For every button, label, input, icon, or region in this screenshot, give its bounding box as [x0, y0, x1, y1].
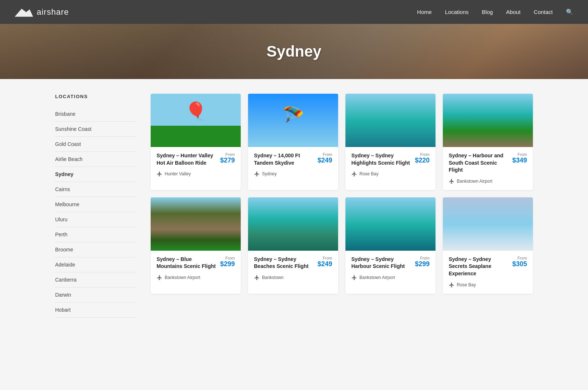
brand-name: airshare	[37, 7, 69, 17]
nav-about[interactable]: About	[506, 9, 520, 15]
card-from-label: From	[318, 256, 332, 260]
card-image	[151, 197, 241, 251]
plane-icon	[157, 275, 162, 280]
hero-banner: Sydney	[0, 24, 588, 79]
card-price: $299	[220, 260, 235, 268]
card-top: Sydney – Sydney Secrets Seaplane Experie…	[449, 256, 527, 278]
card-from-label: From	[512, 256, 527, 260]
card-location: Bankstown	[254, 275, 332, 280]
card-top: Sydney – Blue Mountains Scenic Flight Fr…	[157, 256, 235, 270]
card-body: Sydney – Hunter Valley Hot Air Balloon R…	[151, 147, 241, 183]
plane-icon	[254, 171, 260, 177]
card-from-label: From	[415, 256, 430, 260]
card-price: $249	[318, 157, 332, 164]
card-price: $279	[220, 157, 235, 164]
card-grid-row2: Sydney – Blue Mountains Scenic Flight Fr…	[151, 197, 533, 294]
product-card[interactable]: Sydney – Blue Mountains Scenic Flight Fr…	[151, 197, 241, 294]
card-top: Sydney – Harbour and South Coast Scenic …	[449, 152, 527, 174]
card-price: $249	[318, 260, 332, 268]
search-icon[interactable]: 🔍	[566, 9, 573, 15]
nav-links: Home Locations Blog About Contact 🔍	[417, 8, 573, 15]
card-price: $220	[415, 157, 430, 164]
card-body: Sydney – Sydney Highlights Scenic Flight…	[345, 147, 435, 183]
sidebar: LOCATIONS Brisbane Sunshine Coast Gold C…	[55, 94, 136, 318]
card-price-block: From $220	[415, 152, 430, 164]
sidebar-item-sunshine-coast[interactable]: Sunshine Coast	[55, 122, 136, 137]
card-price-block: From $305	[512, 256, 527, 268]
card-price-block: From $249	[318, 152, 332, 164]
card-top: Sydney – Sydney Highlights Scenic Flight…	[351, 152, 430, 167]
plane-icon	[351, 275, 357, 280]
card-from-label: From	[318, 152, 332, 157]
card-title: Sydney – Sydney Highlights Scenic Flight	[351, 152, 415, 167]
plane-icon	[254, 275, 260, 280]
card-location: Bankstown Airport	[351, 275, 430, 280]
product-card[interactable]: Sydney – Sydney Highlights Scenic Flight…	[345, 94, 435, 190]
brand-logo[interactable]: airshare	[15, 7, 69, 18]
card-body: Sydney – Sydney Secrets Seaplane Experie…	[443, 251, 533, 294]
nav-contact[interactable]: Contact	[534, 9, 553, 15]
card-location: Rose Bay	[351, 171, 430, 177]
sidebar-item-darwin[interactable]: Darwin	[55, 287, 136, 303]
sidebar-item-hobart[interactable]: Hobart	[55, 303, 136, 318]
card-location: Bankstown Airport	[157, 275, 235, 280]
sidebar-item-sydney[interactable]: Sydney	[55, 167, 136, 182]
nav-home[interactable]: Home	[417, 9, 432, 15]
card-location: Bankstown Airport	[449, 178, 527, 184]
sidebar-item-canberra[interactable]: Canberra	[55, 272, 136, 287]
card-top: Sydney – Hunter Valley Hot Air Balloon R…	[157, 152, 235, 167]
card-location-name: Rose Bay	[457, 282, 476, 287]
sidebar-item-uluru[interactable]: Uluru	[55, 212, 136, 227]
card-location: Sydney	[254, 171, 332, 177]
sidebar-item-cairns[interactable]: Cairns	[55, 182, 136, 197]
card-from-label: From	[220, 152, 235, 157]
card-top: Sydney – Sydney Beaches Scenic Flight Fr…	[254, 256, 332, 270]
product-card[interactable]: Sydney – Sydney Beaches Scenic Flight Fr…	[248, 197, 338, 294]
product-card[interactable]: Sydney – Sydney Harbour Scenic Flight Fr…	[345, 197, 435, 294]
card-grid-area: Sydney – Hunter Valley Hot Air Balloon R…	[151, 94, 533, 318]
card-from-label: From	[415, 152, 430, 157]
card-location-name: Rose Bay	[359, 171, 379, 176]
card-location-name: Hunter Valley	[165, 171, 191, 176]
card-image	[248, 197, 338, 251]
card-title: Sydney – Sydney Harbour Scenic Flight	[351, 256, 415, 270]
card-title: Sydney – Harbour and South Coast Scenic …	[449, 152, 512, 174]
card-from-label: From	[512, 152, 527, 157]
product-card[interactable]: Sydney – 14,000 Ft Tandem Skydive From $…	[248, 94, 338, 190]
card-title: Sydney – Hunter Valley Hot Air Balloon R…	[157, 152, 220, 167]
product-card[interactable]: Sydney – Hunter Valley Hot Air Balloon R…	[151, 94, 241, 190]
main-content: LOCATIONS Brisbane Sunshine Coast Gold C…	[48, 79, 540, 332]
sidebar-item-adelaide[interactable]: Adelaide	[55, 257, 136, 272]
card-title: Sydney – Sydney Secrets Seaplane Experie…	[449, 256, 512, 278]
card-image	[151, 94, 241, 147]
card-body: Sydney – Sydney Beaches Scenic Flight Fr…	[248, 251, 338, 286]
card-price: $349	[512, 157, 527, 164]
sidebar-item-melbourne[interactable]: Melbourne	[55, 197, 136, 212]
card-body: Sydney – 14,000 Ft Tandem Skydive From $…	[248, 147, 338, 183]
card-location-name: Bankstown Airport	[359, 275, 395, 280]
card-image	[345, 94, 435, 147]
card-image	[248, 94, 338, 147]
card-top: Sydney – Sydney Harbour Scenic Flight Fr…	[351, 256, 430, 270]
sidebar-item-perth[interactable]: Perth	[55, 227, 136, 242]
card-body: Sydney – Sydney Harbour Scenic Flight Fr…	[345, 251, 435, 286]
card-price: $305	[512, 260, 527, 268]
product-card[interactable]: Sydney – Harbour and South Coast Scenic …	[443, 94, 533, 190]
sidebar-section-title: LOCATIONS	[55, 94, 136, 99]
card-price-block: From $279	[220, 152, 235, 164]
card-image	[443, 94, 533, 147]
card-price-block: From $349	[512, 152, 527, 164]
hero-title: Sydney	[266, 43, 321, 60]
sidebar-item-brisbane[interactable]: Brisbane	[55, 107, 136, 122]
card-price-block: From $299	[220, 256, 235, 268]
card-grid-row1: Sydney – Hunter Valley Hot Air Balloon R…	[151, 94, 533, 190]
plane-icon	[351, 171, 357, 177]
sidebar-item-airlie-beach[interactable]: Airlie Beach	[55, 152, 136, 167]
nav-locations[interactable]: Locations	[445, 9, 469, 15]
card-location-name: Bankstown Airport	[165, 275, 200, 280]
product-card[interactable]: Sydney – Sydney Secrets Seaplane Experie…	[443, 197, 533, 294]
plane-icon	[157, 171, 162, 177]
sidebar-item-gold-coast[interactable]: Gold Coast	[55, 137, 136, 152]
nav-blog[interactable]: Blog	[482, 9, 493, 15]
sidebar-item-broome[interactable]: Broome	[55, 242, 136, 257]
